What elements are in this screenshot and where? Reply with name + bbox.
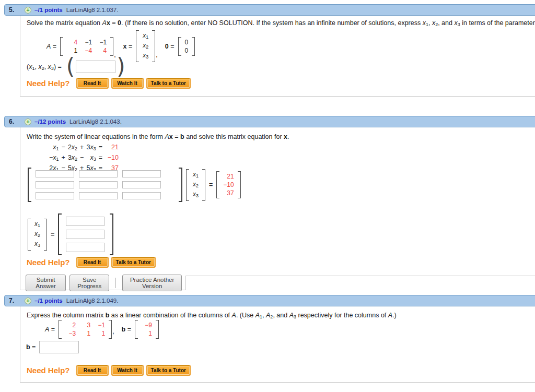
coefficient-matrix-inputs-r0c0[interactable] bbox=[36, 170, 74, 177]
matrix-cell: x2 bbox=[143, 42, 148, 51]
coefficient-matrix-inputs-r1c2[interactable] bbox=[122, 181, 161, 188]
matrix-cell: 1 bbox=[80, 330, 90, 337]
coefficient-matrix-inputs-r0c1[interactable] bbox=[79, 170, 118, 177]
assignment-code: LarLinAlg8 2.1.043. bbox=[69, 118, 122, 125]
matrix-cell: x2 bbox=[34, 230, 40, 239]
matrix-cell: 37 bbox=[223, 189, 234, 197]
matrix-cell: x1 bbox=[193, 171, 199, 180]
read-it-button[interactable]: Read It bbox=[77, 365, 108, 375]
open-paren: ( bbox=[66, 57, 75, 76]
body-border-line bbox=[186, 276, 535, 276]
equation-term: 3x3 bbox=[86, 144, 96, 153]
talk-to-a-tutor-button[interactable]: Talk to a Tutor bbox=[147, 78, 190, 88]
matrix-equation-row: x1x2x3 = 21−1037 bbox=[28, 168, 241, 202]
submit-answer-button[interactable]: Submit Answer bbox=[26, 275, 66, 291]
matrix-cell: x3 bbox=[193, 191, 199, 199]
points-label: –/12 points bbox=[34, 118, 66, 125]
question-number: 7. bbox=[9, 297, 20, 304]
coefficient-matrix-inputs-r1c0[interactable] bbox=[36, 181, 74, 188]
right-bracket bbox=[202, 169, 205, 201]
matrix-cell: x1 bbox=[34, 220, 40, 229]
matrix-cell: x3 bbox=[34, 240, 40, 249]
help-buttons: Read ItTalk to a Tutor bbox=[77, 257, 159, 267]
right-bracket bbox=[44, 219, 47, 251]
answer-row: b = bbox=[26, 341, 79, 353]
equals-sign: = bbox=[209, 181, 213, 188]
expand-plus-icon[interactable]: + bbox=[25, 118, 31, 125]
right-bracket bbox=[179, 168, 182, 202]
right-bracket bbox=[152, 30, 155, 62]
equation-term: x1 bbox=[49, 144, 59, 153]
equals-sign: = bbox=[51, 231, 54, 238]
watch-it-button[interactable]: Watch It bbox=[112, 365, 143, 375]
assignment-code: LarLinAlg8 2.1.049. bbox=[66, 298, 119, 304]
coefficient-matrix-inputs-r0c2[interactable] bbox=[122, 170, 161, 177]
expand-plus-icon[interactable]: + bbox=[25, 7, 31, 14]
matrix-cell: 0 bbox=[185, 39, 189, 46]
question-5-body: Solve the matrix equation Ax = 0. (If th… bbox=[20, 16, 535, 97]
left-bracket bbox=[28, 168, 31, 202]
solution-vector-inputs-r0c0[interactable] bbox=[66, 217, 104, 226]
matrix-cell: 1 bbox=[95, 330, 105, 337]
matrix-cell: −10 bbox=[223, 181, 234, 188]
right-bracket bbox=[110, 37, 113, 56]
question-7-header: 7. + –/1 points LarLinAlg8 2.1.049. bbox=[4, 295, 535, 306]
solution-vector-inputs-r2c0[interactable] bbox=[66, 243, 104, 252]
need-help-label: Need Help? bbox=[27, 258, 70, 267]
need-help-row: Need Help? Read ItWatch ItTalk to a Tuto… bbox=[27, 365, 194, 375]
answer-row: (x1, x2, x3) = ( ) bbox=[27, 57, 126, 76]
matrix-cell: 1 bbox=[67, 47, 77, 54]
solution-vector-inputs-r1c0[interactable] bbox=[66, 230, 104, 239]
talk-to-a-tutor-button[interactable]: Talk to a Tutor bbox=[147, 365, 190, 375]
right-bracket bbox=[110, 213, 113, 255]
read-it-button[interactable]: Read It bbox=[77, 257, 108, 267]
need-help-row: Need Help? Read ItWatch ItTalk to a Tuto… bbox=[27, 78, 194, 88]
matrix-cell: −1 bbox=[95, 322, 105, 329]
answer-input[interactable] bbox=[76, 61, 115, 73]
right-bracket bbox=[156, 320, 159, 339]
read-it-button[interactable]: Read It bbox=[77, 78, 108, 88]
save-progress-button[interactable]: Save Progress bbox=[69, 275, 109, 291]
coefficient-matrix-inputs-r1c1[interactable] bbox=[79, 181, 118, 188]
right-bracket bbox=[109, 320, 112, 339]
assignment-code: LarLinAlg8 2.1.037. bbox=[66, 7, 119, 13]
need-help-label: Need Help? bbox=[27, 366, 70, 375]
vector-b: −91 bbox=[135, 320, 159, 339]
need-help-row: Need Help? Read ItTalk to a Tutor bbox=[27, 257, 159, 267]
coefficient-matrix-inputs-r2c0[interactable] bbox=[36, 192, 74, 199]
matrix-cell: −1 bbox=[96, 39, 107, 46]
matrix-cell: −1 bbox=[82, 39, 92, 46]
watch-it-button[interactable]: Watch It bbox=[112, 78, 143, 88]
equation-term: 21 bbox=[105, 144, 119, 153]
equation-term: = bbox=[99, 144, 102, 153]
vector-x-label: x = bbox=[123, 43, 133, 50]
matrix-a: 4−1−11−44 bbox=[60, 37, 113, 56]
coefficient-matrix-inputs bbox=[28, 168, 182, 202]
solution-vector-inputs bbox=[58, 213, 113, 255]
question-6-footer: Submit Answer Save Progress Practice Ano… bbox=[20, 276, 186, 290]
equation-term: + bbox=[80, 144, 84, 153]
practice-another-version-button[interactable]: Practice Another Version bbox=[122, 275, 182, 291]
matrix-a-label: A = bbox=[45, 326, 55, 333]
webassign-page: 5. + –/1 points LarLinAlg8 2.1.037. Solv… bbox=[0, 0, 535, 392]
matrix-cell: −4 bbox=[82, 47, 92, 54]
need-help-label: Need Help? bbox=[27, 79, 70, 88]
expand-plus-icon[interactable]: + bbox=[25, 298, 31, 304]
question-number: 5. bbox=[9, 6, 20, 14]
b-answer-input[interactable] bbox=[39, 341, 79, 353]
question-7-body: Express the column matrix b as a linear … bbox=[20, 306, 535, 383]
answer-label: (x1, x2, x3) = bbox=[27, 63, 62, 71]
instruction-text: Solve the matrix equation Ax = 0. (If th… bbox=[27, 19, 535, 29]
right-bracket bbox=[238, 171, 241, 198]
talk-to-a-tutor-button[interactable]: Talk to a Tutor bbox=[112, 257, 155, 267]
equation-term: − bbox=[62, 144, 65, 153]
comma: , bbox=[112, 328, 114, 335]
right-bracket bbox=[192, 37, 195, 56]
equation-term: −x1 bbox=[49, 154, 59, 163]
coefficient-matrix-inputs-r2c1[interactable] bbox=[79, 192, 118, 199]
matrix-cell: 4 bbox=[96, 47, 107, 54]
matrix-cell: 2 bbox=[65, 322, 76, 329]
help-buttons: Read ItWatch ItTalk to a Tutor bbox=[77, 365, 194, 375]
left-bracket bbox=[58, 213, 62, 255]
coefficient-matrix-inputs-r2c2[interactable] bbox=[122, 192, 161, 199]
